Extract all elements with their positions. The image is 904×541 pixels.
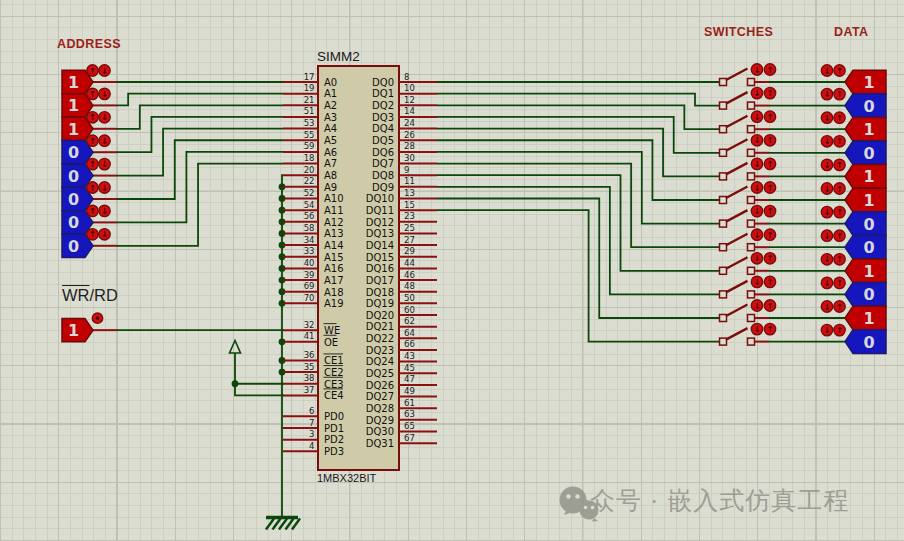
pin-name: A7	[324, 158, 337, 169]
switch-pole-terminal	[720, 244, 727, 251]
switch-lever[interactable]	[726, 139, 748, 151]
pin-name: A8	[324, 170, 337, 181]
watermark-text: 公众号 · 嵌入式仿真工程	[564, 484, 849, 517]
ground-symbol	[266, 518, 300, 530]
switch-pole-terminal	[720, 315, 727, 322]
toggle-up-button-glyph: ↑	[766, 206, 773, 216]
toggle-down-button-glyph: ↓	[753, 206, 760, 216]
pin-number: 64	[404, 328, 415, 338]
logic-state-value: 0	[863, 215, 874, 234]
pin-number: 27	[404, 235, 415, 245]
pin-number: 56	[304, 211, 315, 221]
switch-throw-terminal	[748, 315, 755, 322]
pin-number: 9	[404, 165, 409, 175]
pin-number: 48	[404, 281, 415, 291]
pin-number: 30	[404, 153, 415, 163]
toggle-up-button-glyph: ↑	[766, 277, 773, 287]
toggle-up-button-glyph: ↑	[836, 184, 843, 194]
wire	[117, 152, 283, 223]
pin-number: 10	[404, 83, 415, 93]
pin-name: DQ1	[372, 88, 394, 99]
toggle-up-button-glyph: ↑	[89, 89, 96, 99]
switch-lever[interactable]	[726, 281, 748, 293]
schematic-drawing: 17A019A121A251A353A455A559A618A720A822A9…	[0, 0, 904, 541]
pin-number: 52	[304, 188, 315, 198]
wire	[437, 187, 720, 295]
toggle-up-button-glyph: ↑	[836, 160, 843, 170]
switch-throw-terminal	[748, 126, 755, 133]
pin-number: 69	[304, 281, 315, 291]
toggle-down-button-glyph: ↓	[823, 160, 830, 170]
pin-number: 70	[304, 293, 315, 303]
pin-number: 23	[404, 211, 415, 221]
switch-throw-terminal	[748, 267, 755, 274]
logic-state-value: 1	[863, 309, 874, 328]
toggle-up-button-glyph: ↑	[766, 135, 773, 145]
toggle-down-button-glyph: ↓	[753, 112, 760, 122]
pin-name: DQ6	[372, 147, 394, 158]
switch-pole-terminal	[720, 79, 727, 86]
toggle-down-button-glyph: ↓	[101, 183, 108, 193]
toggle-up-button-glyph: ↑	[836, 66, 843, 76]
pin-name: DQ8	[372, 170, 394, 181]
pin-number: 50	[404, 293, 415, 303]
toggle-up-button-glyph: ↑	[766, 159, 773, 169]
logic-state-value: 1	[863, 191, 874, 210]
toggle-down-button-glyph: ↓	[101, 206, 108, 216]
toggle-down-button-glyph: ↓	[823, 231, 830, 241]
pin-name: DQ28	[366, 403, 394, 414]
toggle-up-button-glyph: ↑	[836, 207, 843, 217]
pin-number: 43	[404, 351, 415, 361]
pin-number: 41	[304, 331, 315, 341]
wire	[117, 117, 283, 152]
pin-name: DQ25	[366, 368, 394, 379]
toggle-up-button-glyph: ↑	[766, 253, 773, 263]
pin-number: 60	[404, 305, 415, 315]
pin-name: A16	[324, 263, 344, 274]
pin-name: A15	[324, 252, 344, 263]
toggle-up-button-glyph: ↑	[89, 66, 96, 76]
toggle-up-button-glyph: ↑	[766, 324, 773, 334]
switch-lever[interactable]	[726, 163, 748, 175]
switch-lever[interactable]	[726, 187, 748, 199]
switch-lever[interactable]	[726, 257, 748, 269]
wechat-icon	[556, 484, 602, 526]
logic-state-value: 0	[68, 213, 79, 232]
toggle-up-button-glyph: ↑	[836, 325, 843, 335]
pin-number: 20	[304, 165, 315, 175]
pin-number: 45	[404, 363, 415, 373]
pin-name: DQ7	[372, 158, 394, 169]
switch-pole-terminal	[720, 126, 727, 133]
switch-lever[interactable]	[726, 210, 748, 222]
logic-state-value: 1	[68, 321, 79, 340]
toggle-up-button-glyph: ↑	[836, 302, 843, 312]
switch-pole-terminal	[720, 173, 727, 180]
logic-state-value: 1	[863, 120, 874, 139]
pin-name: DQ30	[366, 426, 394, 437]
switch-lever[interactable]	[726, 116, 748, 128]
switch-lever[interactable]	[726, 305, 748, 317]
logic-state-value: 1	[863, 73, 874, 92]
switch-throw-terminal	[748, 79, 755, 86]
switch-lever[interactable]	[726, 92, 748, 104]
switch-lever[interactable]	[726, 234, 748, 246]
pin-number: 51	[304, 106, 315, 116]
pin-number: 36	[304, 350, 315, 360]
switch-throw-terminal	[748, 197, 755, 204]
pin-number: 32	[304, 320, 315, 330]
switch-lever[interactable]	[726, 69, 748, 81]
pin-number: 62	[404, 316, 415, 326]
switch-throw-terminal	[748, 338, 755, 345]
switch-pole-terminal	[720, 291, 727, 298]
switch-pole-terminal	[720, 220, 727, 227]
pin-name: DQ22	[366, 333, 394, 344]
switch-lever[interactable]	[726, 328, 748, 340]
toggle-up-button-glyph: ↑	[89, 206, 96, 216]
pin-name: DQ31	[366, 438, 394, 449]
pin-name: A18	[324, 287, 344, 298]
pin-name: CE4	[324, 390, 344, 401]
toggle-down-button-glyph: ↓	[753, 230, 760, 240]
pin-name: DQ13	[366, 228, 394, 239]
toggle-up-button-glyph: ↑	[766, 183, 773, 193]
pin-name: DQ3	[372, 112, 394, 123]
